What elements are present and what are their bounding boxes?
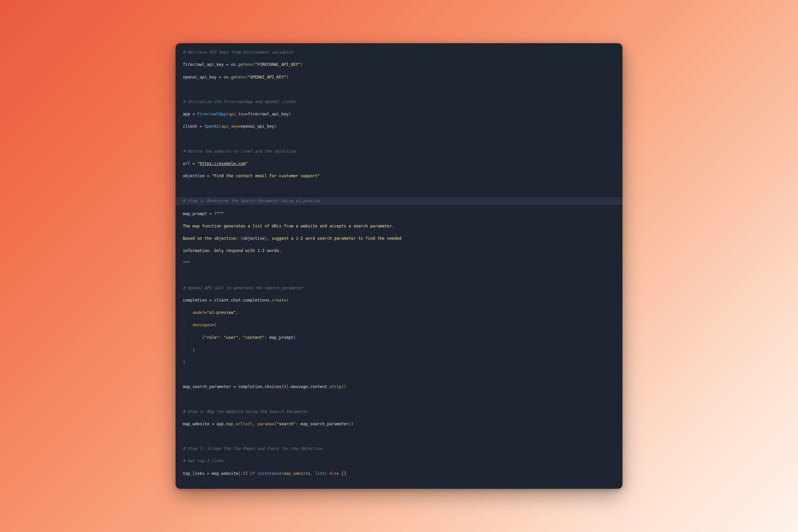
comment: # Get top 3 links [183, 458, 224, 463]
comment: # Retrieve API keys from environment var… [183, 50, 293, 55]
code-text: firecrawl_api_key [183, 62, 226, 67]
comment: # Define the website to crawl and the ob… [183, 149, 296, 154]
code-editor-window: # Retrieve API keys from environment var… [175, 43, 623, 489]
comment: # Step 3: Scrape the Top Pages and Check… [183, 446, 322, 451]
comment: # Initialize the FirecrawlApp and OpenAI… [183, 99, 296, 104]
code-block[interactable]: # Retrieve API keys from environment var… [175, 49, 623, 483]
highlighted-line: # Step 1: Determine the Search Parameter… [175, 197, 623, 205]
comment: # Step 2: Map the Website Using the Sear… [183, 409, 308, 414]
comment: # OpenAI API call to generate the search… [183, 286, 303, 290]
